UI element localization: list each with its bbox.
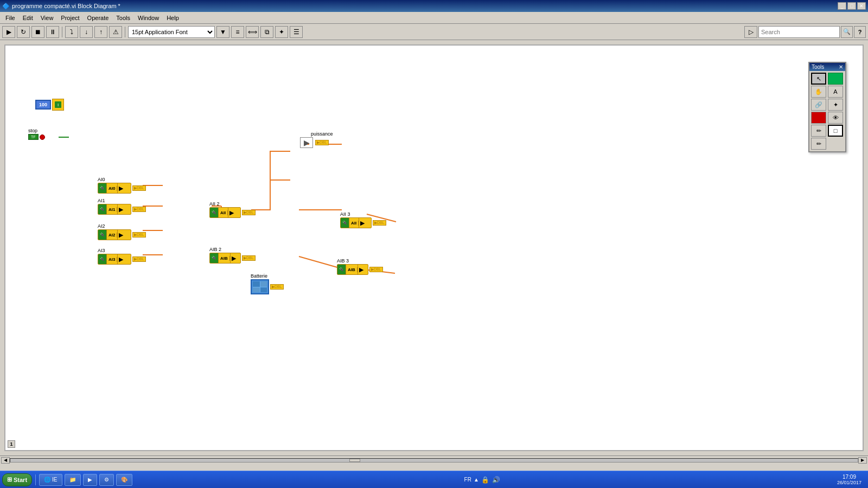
menu-tools[interactable]: Tools [113,14,133,22]
puissance-dbl-badge: ▶DBL [315,140,329,145]
font-size-btn[interactable]: ▼ [216,26,229,38]
ai2-dbl: ▶DBL [132,232,146,237]
title-bar: 🔷 programme compacté.vi Block Diagram * … [0,0,868,12]
tool-probe-btn[interactable]: 👁 [828,112,843,124]
batterie-node: Batterie ▶DBL [251,273,284,294]
svg-text:I: I [58,102,59,107]
menu-edit[interactable]: Edit [20,14,36,22]
cleanup-btn[interactable]: ✦ [275,26,288,38]
title-bar-title: 🔷 programme compacté.vi Block Diagram * [2,3,120,10]
extra-btn[interactable]: ☰ [290,26,303,38]
run-button[interactable]: ▶ [2,26,15,38]
tools-panel-close[interactable]: ✕ [839,64,843,70]
locale-indicator: FR [464,477,471,483]
abort-button[interactable]: ⏹ [31,26,44,38]
aii3-node-2: AII 3 🔌 AII ▶ ▶DBL [340,211,386,228]
ai2-icon: 🔌 [98,230,107,240]
close-button[interactable]: ✕ [857,2,866,10]
taskbar-explorer[interactable]: 📁 [65,474,81,486]
taskbar-paint[interactable]: 🎨 [116,474,132,486]
explorer-icon: 📁 [69,477,76,483]
maximize-button[interactable]: □ [847,2,856,10]
aib3-2-name: AIB [346,267,358,272]
clock-date: 26/01/2017 [837,480,861,485]
horizontal-scrollbar[interactable]: ◀ ▶ [0,455,868,464]
aii3-2-port: ▶ [359,218,366,228]
aii2-1-label: AII 2 [209,201,256,207]
pause-button[interactable]: ⏸ [46,26,59,38]
tool-color-pencil-btn[interactable]: ✏ [811,138,826,150]
numeric-100-control[interactable]: 100 I [35,99,64,111]
help-button[interactable]: ? [854,26,866,38]
toolbar-separator-1 [62,27,62,37]
aib2-1-port: ▶ [230,253,237,263]
tool-color-box-btn[interactable]: □ [828,125,843,137]
warn-button[interactable]: ⚠ [109,26,122,38]
menu-help[interactable]: Help [163,14,182,22]
search-arrow-btn[interactable]: ▷ [744,26,757,38]
tray-arrow-icon[interactable]: ▲ [474,477,479,483]
aii2-1-body: 🔌 AII ▶ [209,207,241,218]
ai0-port: ▶ [117,183,124,193]
ai2-port: ▶ [117,230,124,240]
menu-operate[interactable]: Operate [84,14,112,22]
numeric-value[interactable]: 100 [35,100,51,110]
ai0-name: AI0 [107,186,117,191]
aii3-2-icon: 🔌 [341,218,349,228]
puissance-node: puissance ▶ ▶DBL [300,131,333,148]
step-out-button[interactable]: ↑ [94,26,107,38]
aii2-1-dbl: ▶DBL [242,210,256,215]
font-selector[interactable]: 15pt Application Font [128,26,215,38]
taskbar: ⊞ Start 🌐 IE 📁 ▶ ⚙ 🎨 FR ▲ 🔒 🔊 17:09 26/0… [0,471,868,488]
search-button[interactable]: 🔍 [841,26,853,38]
clock-time: 17:09 [843,474,856,480]
menu-file[interactable]: File [2,14,18,22]
ai3-node: AI3 🔌 AI3 ▶ ▶DBL [98,248,146,265]
tool-stop-btn[interactable] [811,112,826,124]
search-input[interactable] [758,26,840,38]
step-over-button[interactable]: ⤵ [65,26,78,38]
scroll-right-btn[interactable]: ▶ [858,457,867,464]
paint-icon: 🎨 [121,477,127,483]
tool-scroll-btn[interactable]: ✦ [828,99,843,111]
stop-control[interactable]: stop TF [28,128,45,140]
aib2-1-name: AIB [219,256,230,261]
ai1-icon: 🔌 [98,204,107,214]
ai1-body: 🔌 AI1 ▶ [98,204,131,215]
taskbar-media[interactable]: ▶ [83,474,97,486]
scroll-left-btn[interactable]: ◀ [1,457,10,464]
tool-pencil-btn[interactable]: ✏ [811,125,826,137]
step-into-button[interactable]: ↓ [80,26,93,38]
aib3-2-label: AIB 3 [337,258,383,264]
tool-cursor-btn[interactable]: ↖ [811,73,826,85]
batterie-dbl: ▶DBL [270,284,284,290]
run-continuously-button[interactable]: ↻ [17,26,30,38]
scroll-thumb[interactable] [349,459,360,462]
align-btn[interactable]: ≡ [231,26,244,38]
minimize-button[interactable]: _ [838,2,846,10]
ai1-label: AI1 [98,198,146,203]
diagram-canvas[interactable]: 100 I stop TF puissance ▶ ▶DBL [4,44,864,451]
toolbar: ▶ ↻ ⏹ ⏸ ⤵ ↓ ↑ ⚠ 15pt Application Font ▼ … [0,24,868,40]
puissance-label: puissance [311,131,333,137]
tool-connect-btn[interactable]: 🔗 [811,99,826,111]
canvas-corner-indicator: 1 [8,440,15,448]
aii3-2-label: AII 3 [340,211,386,217]
menu-view[interactable]: View [37,14,57,22]
reorder-btn[interactable]: ⧉ [260,26,273,38]
aii3-2-name: AII [349,221,359,226]
menu-project[interactable]: Project [58,14,82,22]
scroll-track[interactable] [10,458,858,463]
taskbar-labview[interactable]: ⚙ [99,474,114,486]
app-icon: 🔷 [2,3,10,10]
tools-panel: Tools ✕ ↖ ✋ A 🔗 ✦ 👁 ✏ □ ✏ [808,62,846,152]
menu-window[interactable]: Window [135,14,162,22]
tools-panel-label: Tools [812,64,824,70]
tool-hand-btn[interactable]: ✋ [811,86,826,98]
ai0-node: AI0 🔌 AI0 ▶ ▶DBL [98,177,146,194]
taskbar-ie[interactable]: 🌐 IE [39,474,62,486]
tool-text-btn[interactable]: A [828,86,843,98]
distribute-btn[interactable]: ⟺ [246,26,259,38]
tool-run-indicator [828,73,843,85]
start-button[interactable]: ⊞ Start [2,473,32,486]
